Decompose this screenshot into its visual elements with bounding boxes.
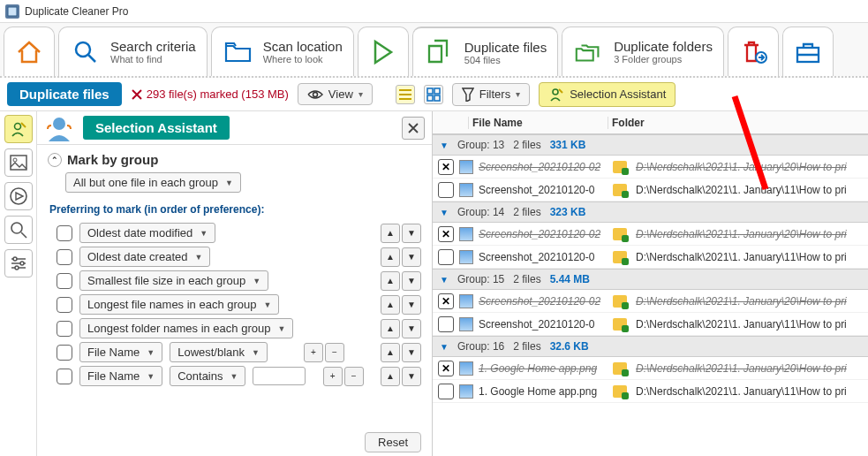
file-name: Screenshot_20210120-02 <box>479 228 608 240</box>
sidebar-media[interactable] <box>4 182 33 210</box>
eye-icon <box>307 89 323 100</box>
file-list[interactable]: ▼Group: 132 files331 KB✕Screenshot_20210… <box>433 134 868 456</box>
move-down-button[interactable]: ▼ <box>402 247 421 267</box>
panel-header: Selection Assistant <box>37 111 432 145</box>
move-up-button[interactable]: ▲ <box>381 224 400 243</box>
sidebar-assistant[interactable] <box>4 115 33 143</box>
move-up-button[interactable]: ▲ <box>381 343 400 362</box>
combo1-field-dropdown[interactable]: File Name▼ <box>79 342 162 362</box>
list-view-button[interactable] <box>396 85 415 104</box>
image-icon <box>10 155 27 171</box>
combo2-op-dropdown[interactable]: Contains▼ <box>170 366 245 386</box>
view-button[interactable]: View ▾ <box>298 83 373 105</box>
svg-point-15 <box>11 223 22 233</box>
tab-scan[interactable] <box>358 27 409 76</box>
sidebar-images[interactable] <box>4 148 33 177</box>
move-up-button[interactable]: ▲ <box>381 319 400 338</box>
move-down-button[interactable]: ▼ <box>402 224 421 243</box>
mark-checkbox[interactable]: ✕ <box>438 361 454 376</box>
add-rule-button[interactable]: + <box>304 343 323 362</box>
svg-rect-12 <box>11 156 26 170</box>
group-header[interactable]: ▼Group: 162 files32.6 KB <box>433 336 868 357</box>
move-down-button[interactable]: ▼ <box>402 367 421 386</box>
tab-duplicate-folders[interactable]: Duplicate folders 3 Folder groups <box>562 27 724 76</box>
rule-checkbox[interactable] <box>57 369 72 384</box>
mark-checkbox[interactable] <box>438 384 454 399</box>
rule-dropdown[interactable]: Smallest file size in each group▼ <box>79 270 268 291</box>
mark-checkbox[interactable] <box>438 182 454 198</box>
magnifier-icon <box>10 221 27 239</box>
tab-scan-location[interactable]: Scan location Where to look <box>211 27 354 76</box>
rule-checkbox[interactable] <box>57 273 72 289</box>
svg-point-19 <box>15 266 19 270</box>
file-row[interactable]: 1. Google Home app.pngD:\Nerdschalk\2021… <box>433 380 868 403</box>
move-up-button[interactable]: ▲ <box>381 271 400 291</box>
group-header[interactable]: ▼Group: 152 files5.44 MB <box>433 269 868 290</box>
file-row[interactable]: Screenshot_20210120-0D:\Nerdschalk\2021\… <box>433 313 868 336</box>
tab-tools[interactable] <box>782 27 834 76</box>
sidebar-search[interactable] <box>4 216 33 244</box>
move-up-button[interactable]: ▲ <box>381 247 400 267</box>
mark-checkbox[interactable] <box>438 249 454 265</box>
rule-checkbox[interactable] <box>57 225 72 241</box>
chevron-down-icon: ▾ <box>516 89 520 99</box>
mark-checkbox[interactable]: ✕ <box>438 159 454 175</box>
move-up-button[interactable]: ▲ <box>381 295 400 315</box>
move-down-button[interactable]: ▼ <box>402 295 421 315</box>
tab-duplicate-files[interactable]: Duplicate files 504 files <box>412 27 558 76</box>
group-header[interactable]: ▼Group: 132 files331 KB <box>433 134 868 156</box>
tab-home[interactable] <box>4 27 55 76</box>
trash-icon <box>737 36 769 68</box>
collapse-icon[interactable]: ⌃ <box>48 153 62 167</box>
svg-point-20 <box>53 118 65 130</box>
file-row[interactable]: ✕1. Google Home app.pngD:\Nerdschalk\202… <box>433 357 868 380</box>
selection-assistant-button[interactable]: Selection Assistant <box>539 82 676 107</box>
file-row[interactable]: Screenshot_20210120-0D:\Nerdschalk\2021\… <box>433 179 868 201</box>
move-up-button[interactable]: ▲ <box>381 367 400 386</box>
grid-view-button[interactable] <box>424 85 443 104</box>
combo2-value-input[interactable] <box>253 367 306 385</box>
rule-checkbox[interactable] <box>57 249 72 265</box>
combo2-field-dropdown[interactable]: File Name▼ <box>79 366 162 386</box>
rule-dropdown[interactable]: Longest folder names in each group▼ <box>79 318 293 338</box>
main-rule-dropdown[interactable]: All but one file in each group▼ <box>65 172 241 193</box>
filters-button[interactable]: Filters ▾ <box>452 83 530 106</box>
col-folder[interactable]: Folder <box>608 117 868 129</box>
col-file-name[interactable]: File Name <box>468 117 608 129</box>
rule-checkbox[interactable] <box>57 345 72 361</box>
move-down-button[interactable]: ▼ <box>402 343 421 362</box>
move-down-button[interactable]: ▼ <box>402 319 421 338</box>
remove-rule-button[interactable]: − <box>344 367 364 386</box>
mark-checkbox[interactable]: ✕ <box>438 226 454 242</box>
file-row[interactable]: ✕Screenshot_20210120-02D:\Nerdschalk\202… <box>433 223 868 246</box>
rule-checkbox[interactable] <box>57 321 72 337</box>
tab-remove[interactable] <box>728 27 779 76</box>
rule-checkbox[interactable] <box>57 297 72 313</box>
rule-dropdown[interactable]: Oldest date modified▼ <box>79 223 215 243</box>
group-size: 331 KB <box>550 139 586 151</box>
grid-icon <box>426 87 441 102</box>
selection-assistant-panel: Selection Assistant ⌃ Mark by group All … <box>37 111 433 456</box>
rule-dropdown[interactable]: Longest file names in each group▼ <box>79 294 279 315</box>
file-path: D:\Nerdschalk\2021\1. January\20\How to … <box>636 295 863 308</box>
mark-checkbox[interactable]: ✕ <box>438 293 454 309</box>
add-rule-button[interactable]: + <box>323 367 343 386</box>
title-bar: Duplicate Cleaner Pro <box>0 0 868 23</box>
file-row[interactable]: Screenshot_20210120-0D:\Nerdschalk\2021\… <box>433 246 868 269</box>
svg-point-10 <box>553 89 558 95</box>
mark-checkbox[interactable] <box>438 316 454 332</box>
remove-rule-button[interactable]: − <box>325 343 344 362</box>
tab-sublabel: 3 Folder groups <box>614 54 713 65</box>
section-header[interactable]: ⌃ Mark by group <box>48 152 421 167</box>
sidebar-settings[interactable] <box>4 249 33 277</box>
tab-search-criteria[interactable]: Search criteria What to find <box>58 27 208 76</box>
reset-button[interactable]: Reset <box>365 432 421 452</box>
combo1-op-dropdown[interactable]: Lowest/blank▼ <box>170 342 268 362</box>
close-button[interactable] <box>402 117 425 140</box>
group-header[interactable]: ▼Group: 142 files323 KB <box>433 201 868 223</box>
file-row[interactable]: ✕Screenshot_20210120-02D:\Nerdschalk\202… <box>433 290 868 313</box>
svg-point-17 <box>13 257 17 261</box>
move-down-button[interactable]: ▼ <box>402 271 421 291</box>
rule-dropdown[interactable]: Oldest date created▼ <box>79 247 210 267</box>
file-row[interactable]: ✕Screenshot_20210120-02D:\Nerdschalk\202… <box>433 156 868 179</box>
